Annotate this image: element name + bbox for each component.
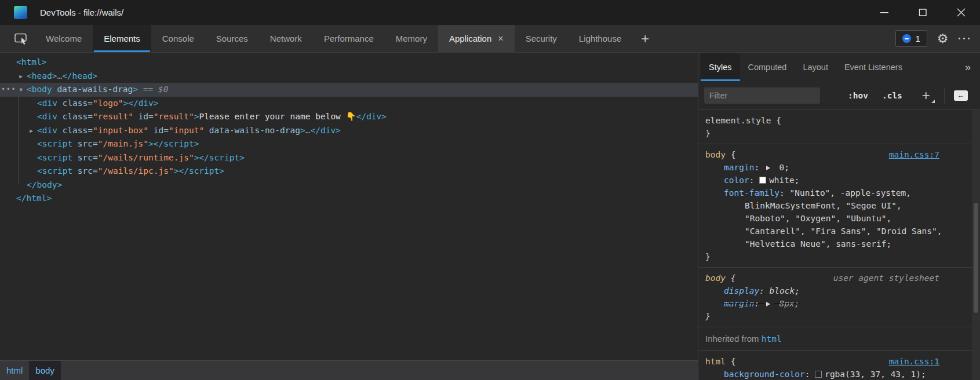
- tab-label: Network: [270, 34, 302, 43]
- css-rule-close: }: [705, 310, 972, 323]
- css-declaration[interactable]: display: block;: [705, 284, 972, 297]
- close-button[interactable]: [942, 0, 980, 25]
- settings-button[interactable]: ⚙: [937, 32, 949, 45]
- css-declaration[interactable]: margin: 8px;: [705, 297, 972, 310]
- row-menu-dots-icon[interactable]: •••: [1, 83, 16, 97]
- sidebar-tab-layout[interactable]: Layout: [795, 53, 836, 81]
- expand-arrow-icon[interactable]: ▶: [16, 70, 25, 83]
- css-selector[interactable]: element.style: [705, 116, 771, 125]
- tab-label: Memory: [396, 34, 427, 43]
- dom-tree-row[interactable]: <div class="logo"></div>: [0, 97, 698, 111]
- dom-tree-row[interactable]: ▶<div class="input-box" id="input" data-…: [0, 124, 698, 138]
- tab-lighthouse[interactable]: Lighthouse: [568, 25, 632, 52]
- css-declaration[interactable]: font-family: "Nunito", -apple-system,: [705, 187, 972, 199]
- dom-tree-row[interactable]: ▶<head>…</head>: [0, 70, 698, 83]
- colon: :: [779, 188, 789, 198]
- expand-value-icon[interactable]: [766, 166, 770, 170]
- more-tabs-button[interactable]: »: [965, 53, 971, 81]
- inherited-element-link[interactable]: html: [762, 334, 782, 344]
- code-segment: </html>: [16, 193, 52, 203]
- tab-console[interactable]: Console: [151, 25, 205, 52]
- breadcrumb-html[interactable]: html: [0, 361, 29, 380]
- new-style-rule-button[interactable]: +: [922, 89, 930, 103]
- css-declaration[interactable]: margin: 0;: [705, 161, 972, 174]
- css-value-continuation: "Roboto", "Oxygen", "Ubuntu",: [705, 212, 972, 225]
- dom-tree-row[interactable]: </html>: [0, 192, 698, 206]
- tab-performance[interactable]: Performance: [313, 25, 385, 52]
- code-segment: "/main.js": [98, 139, 148, 148]
- styles-sidebar: StylesComputedLayoutEvent Listeners » :h…: [698, 53, 980, 380]
- more-options-button[interactable]: [959, 38, 970, 40]
- expand-value-icon[interactable]: [766, 302, 770, 306]
- minimize-button[interactable]: [865, 0, 904, 25]
- add-tab-button[interactable]: +: [632, 25, 658, 52]
- sidebar-tab-styles[interactable]: Styles: [701, 53, 740, 81]
- feedback-badge[interactable]: 1: [895, 30, 927, 47]
- toggle-element-class-button[interactable]: .cls: [882, 91, 902, 100]
- code-segment: </div>: [356, 112, 387, 121]
- dom-tree-row[interactable]: <script src="/wails/ipc.js"></script>: [0, 165, 698, 178]
- code-segment: <div: [37, 126, 57, 135]
- tab-network[interactable]: Network: [259, 25, 313, 52]
- dom-tree-row[interactable]: <html>: [0, 56, 698, 70]
- stylesheet-link[interactable]: main.css:7: [889, 148, 939, 161]
- tab-sources[interactable]: Sources: [205, 25, 259, 52]
- panel-left-arrow-icon[interactable]: ←: [954, 90, 968, 101]
- styles-toolbar: :hov .cls + ←: [698, 81, 980, 110]
- code-segment: <div: [37, 112, 57, 121]
- css-declaration[interactable]: background-color: rgba(33, 37, 43, 1);: [705, 368, 972, 380]
- breadcrumb-body[interactable]: body: [29, 361, 61, 380]
- css-selector[interactable]: html: [705, 357, 726, 366]
- expand-arrow-icon[interactable]: ▶: [27, 124, 36, 138]
- style-filter-input[interactable]: [704, 87, 820, 104]
- code-segment: </head>: [62, 71, 97, 81]
- tab-memory[interactable]: Memory: [385, 25, 438, 52]
- tab-application[interactable]: Application×: [438, 25, 515, 52]
- stylesheet-link[interactable]: main.css:1: [889, 355, 939, 368]
- sidebar-tab-event-listeners[interactable]: Event Listeners: [836, 53, 910, 81]
- css-rule-header[interactable]: user agent stylesheetbody {: [705, 272, 972, 284]
- color-swatch[interactable]: [815, 371, 822, 378]
- colon: :: [759, 286, 769, 295]
- maximize-button[interactable]: [904, 0, 942, 25]
- css-declaration[interactable]: color: white;: [705, 174, 972, 187]
- tab-elements[interactable]: Elements: [93, 25, 151, 52]
- declaration-text: background-color: rgba(33, 37, 43, 1);: [724, 370, 926, 379]
- close-brace: }: [705, 252, 711, 261]
- css-selector[interactable]: body: [705, 273, 726, 283]
- css-value-continuation: "Cantarell", "Fira Sans", "Droid Sans",: [705, 225, 972, 237]
- code-segment: <div: [37, 98, 57, 108]
- tab-welcome[interactable]: Welcome: [35, 25, 93, 52]
- tab-label: Application: [449, 34, 491, 43]
- styles-rule-list: element.style {}main.css:7body {margin: …: [698, 110, 972, 380]
- declaration-text: display: block;: [724, 286, 800, 295]
- close-tab-icon[interactable]: ×: [498, 34, 503, 43]
- toggle-pseudo-state-button[interactable]: :hov: [848, 91, 868, 100]
- sidebar-tab-computed[interactable]: Computed: [740, 53, 795, 81]
- tab-security[interactable]: Security: [515, 25, 568, 52]
- expand-arrow-icon[interactable]: ▼: [16, 83, 25, 97]
- css-selector[interactable]: body: [705, 150, 726, 159]
- css-property-value: "Nunito", -apple-system,: [790, 188, 912, 198]
- declaration-text: margin: 0;: [724, 163, 789, 172]
- code-segment: src: [72, 166, 93, 176]
- code-segment: <head>: [27, 71, 57, 81]
- css-rule-header[interactable]: main.css:1html {: [705, 355, 972, 368]
- dom-tree-row[interactable]: <div class="result" id="result">Please e…: [0, 110, 698, 124]
- css-value-continuation: "Helvetica Neue", sans-serif;: [705, 237, 972, 250]
- css-rule-header[interactable]: element.style {: [705, 114, 972, 127]
- color-swatch[interactable]: [759, 177, 766, 184]
- dom-tree-row[interactable]: </body>: [0, 178, 698, 192]
- dom-tree-row[interactable]: <script src="/main.js"></script>: [0, 137, 698, 151]
- dom-tree-row[interactable]: •••▼<body data-wails-drag> == $0: [0, 83, 698, 97]
- close-brace: }: [705, 312, 711, 321]
- dom-tree-row[interactable]: <script src="/wails/runtime.js"></script…: [0, 151, 698, 165]
- css-property-value: "Helvetica Neue", sans-serif;: [745, 239, 891, 249]
- code-segment: "/wails/ipc.js": [98, 166, 174, 176]
- scrollbar-thumb[interactable]: [974, 203, 978, 313]
- colon: :: [749, 176, 759, 185]
- css-rule-header[interactable]: main.css:7body {: [705, 148, 972, 161]
- code-segment: =: [93, 139, 98, 148]
- inspect-element-button[interactable]: [8, 25, 35, 52]
- code-segment: …: [57, 71, 62, 81]
